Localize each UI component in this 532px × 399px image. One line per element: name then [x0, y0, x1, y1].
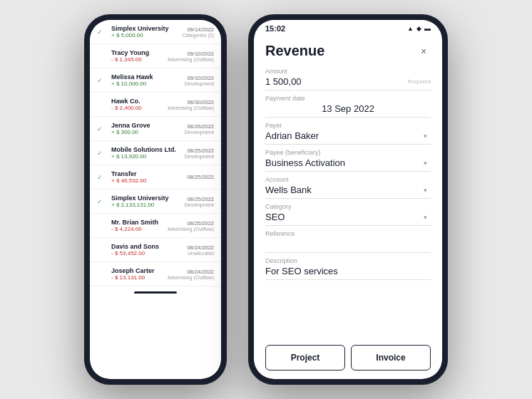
transaction-item[interactable]: Davis and Sons- $ 53,452.0008/24/2022Una… [90, 238, 221, 262]
payment-date-label: Payment date [265, 95, 431, 102]
payer-label: Payer [265, 122, 431, 129]
transaction-item[interactable]: ✓Simplex University+ $ 2,133,131.0008/25… [90, 190, 221, 214]
scene: ✓Simplex University+ $ 5,000.0009/14/202… [70, 0, 462, 399]
payer-field[interactable]: Payer Adrian Baker ▾ [265, 122, 431, 145]
payment-date-field[interactable]: Payment date 13 Sep 2022 [265, 95, 431, 118]
transaction-right: 09/10/2022Advertising (Outflow) [168, 51, 214, 62]
transaction-category: Development [185, 202, 214, 207]
transaction-category: Advertising (Outflow) [168, 275, 214, 280]
transaction-name: Jenna Grove [111, 122, 180, 129]
status-bar: 15:02 ▲ ◆ ▬ [254, 20, 442, 34]
transaction-name: Simplex University [111, 25, 178, 32]
transaction-date: 08/26/2022 [185, 123, 214, 130]
transaction-info: Mr. Brian Smith- $ 4,224.00 [111, 219, 163, 232]
description-value: For SEO services [265, 266, 431, 280]
category-field[interactable]: Category SEO ▾ [265, 203, 431, 226]
transaction-info: Hawk Co.- $ 2,400.00 [111, 98, 163, 111]
transaction-check: ✓ [97, 77, 107, 84]
description-field[interactable]: Description For SEO services [265, 257, 431, 280]
transaction-info: Transfer+ $ 46,532.00 [111, 170, 183, 184]
right-phone: 15:02 ▲ ◆ ▬ Revenue × Amount 1 500,00 Re… [248, 14, 448, 385]
reference-field[interactable]: Reference [265, 230, 431, 253]
transaction-date: 08/25/2022 [185, 196, 214, 202]
transaction-amount: + $ 46,532.00 [111, 177, 183, 184]
bottom-bar [90, 286, 221, 298]
transaction-category: Development [185, 81, 214, 86]
transaction-name: Mr. Brian Smith [111, 219, 163, 226]
transaction-item[interactable]: ✓Jenna Grove+ $ 300.0008/26/2022Developm… [90, 117, 221, 141]
transaction-check: ✓ [97, 174, 107, 181]
transaction-category: Categories (2) [183, 33, 214, 38]
payer-value: Adrian Baker ▾ [265, 130, 431, 145]
transaction-info: Mobile Solutions Ltd.+ $ 13,920.00 [111, 146, 180, 160]
transaction-item[interactable]: Mr. Brian Smith- $ 4,224.0008/25/2022Adv… [90, 214, 221, 238]
transaction-right: 08/25/2022Advertising (Outflow) [168, 220, 214, 232]
amount-field[interactable]: Amount 1 500,00 Required [265, 68, 431, 90]
transaction-date: 09/14/2022 [183, 26, 214, 33]
transaction-item[interactable]: ✓Transfer+ $ 46,532.0008/25/2022 [90, 165, 221, 190]
transaction-info: Simplex University+ $ 5,000.00 [111, 25, 178, 38]
close-button[interactable]: × [416, 44, 431, 58]
transaction-check: ✓ [97, 125, 107, 133]
revenue-form: Revenue × Amount 1 500,00 Required Payme… [254, 34, 442, 339]
transaction-item[interactable]: Tracy Young- $ 1,345.0009/10/2022Adverti… [90, 44, 221, 68]
transaction-amount: - $ 2,400.00 [111, 105, 163, 111]
payee-field[interactable]: Payee (beneficiary) Business Activation … [265, 149, 431, 172]
transaction-item[interactable]: Joseph Carter- $ 13,131.0008/24/2022Adve… [90, 262, 221, 286]
transaction-item[interactable]: ✓Melissa Hawk+ $ 10,000.0009/10/2022Deve… [90, 68, 221, 93]
transaction-item[interactable]: ✓Simplex University+ $ 5,000.0009/14/202… [90, 20, 221, 44]
transaction-right: 08/30/2022Advertising (Outflow) [168, 99, 214, 110]
transaction-amount: + $ 13,920.00 [111, 153, 180, 160]
transaction-category: Unallocated [187, 251, 214, 256]
transaction-amount: + $ 10,000.00 [111, 81, 180, 87]
transaction-date: 08/24/2022 [187, 244, 214, 251]
transaction-name: Tracy Young [111, 49, 163, 56]
category-label: Category [265, 203, 431, 210]
left-screen: ✓Simplex University+ $ 5,000.0009/14/202… [90, 20, 221, 379]
transaction-amount: - $ 4,224.00 [111, 226, 163, 232]
transaction-item[interactable]: Hawk Co.- $ 2,400.0008/30/2022Advertisin… [90, 93, 221, 117]
transaction-date: 09/10/2022 [185, 75, 214, 81]
transaction-right: 08/24/2022Advertising (Outflow) [168, 269, 214, 280]
transaction-category: Development [185, 154, 214, 159]
account-value: Wells Bank ▾ [265, 185, 431, 199]
transaction-check: ✓ [97, 198, 107, 205]
transaction-category: Advertising (Outflow) [168, 227, 214, 232]
signal-icon: ▲ [407, 25, 414, 32]
transaction-info: Tracy Young- $ 1,345.00 [111, 49, 163, 63]
category-chevron: ▾ [424, 214, 431, 221]
reference-value [265, 239, 431, 253]
transaction-name: Mobile Solutions Ltd. [111, 146, 180, 153]
transaction-amount: - $ 53,452.00 [111, 250, 183, 256]
transaction-info: Jenna Grove+ $ 300.00 [111, 122, 180, 135]
invoice-button[interactable]: Invoice [351, 345, 431, 370]
transaction-category: Advertising (Outflow) [168, 57, 214, 62]
account-chevron: ▾ [424, 187, 431, 194]
transaction-item[interactable]: ✓Mobile Solutions Ltd.+ $ 13,920.0008/25… [90, 141, 221, 165]
transaction-amount: + $ 5,000.00 [111, 32, 178, 38]
account-field[interactable]: Account Wells Bank ▾ [265, 176, 431, 199]
transaction-right: 08/25/2022Development [185, 196, 214, 207]
category-value: SEO ▾ [265, 212, 431, 226]
status-time: 15:02 [265, 24, 285, 33]
transaction-right: 08/26/2022Development [185, 123, 214, 135]
account-label: Account [265, 176, 431, 183]
transaction-info: Melissa Hawk+ $ 10,000.00 [111, 73, 180, 87]
reference-label: Reference [265, 230, 431, 237]
transaction-info: Joseph Carter- $ 13,131.00 [111, 267, 163, 281]
project-button[interactable]: Project [265, 345, 345, 370]
transaction-right: 09/14/2022Categories (2) [183, 26, 214, 38]
transaction-name: Joseph Carter [111, 267, 163, 274]
transaction-amount: + $ 300.00 [111, 129, 180, 135]
payee-label: Payee (beneficiary) [265, 149, 431, 156]
payee-chevron: ▾ [424, 160, 431, 167]
transaction-date: 09/10/2022 [168, 51, 214, 57]
transaction-right: 09/10/2022Development [185, 75, 214, 86]
transaction-date: 08/25/2022 [187, 174, 214, 180]
wifi-icon: ◆ [416, 25, 421, 32]
transaction-list: ✓Simplex University+ $ 5,000.0009/14/202… [90, 20, 221, 286]
transaction-name: Hawk Co. [111, 98, 163, 105]
home-indicator [134, 291, 177, 294]
payee-value: Business Activation ▾ [265, 157, 431, 172]
description-label: Description [265, 257, 431, 264]
